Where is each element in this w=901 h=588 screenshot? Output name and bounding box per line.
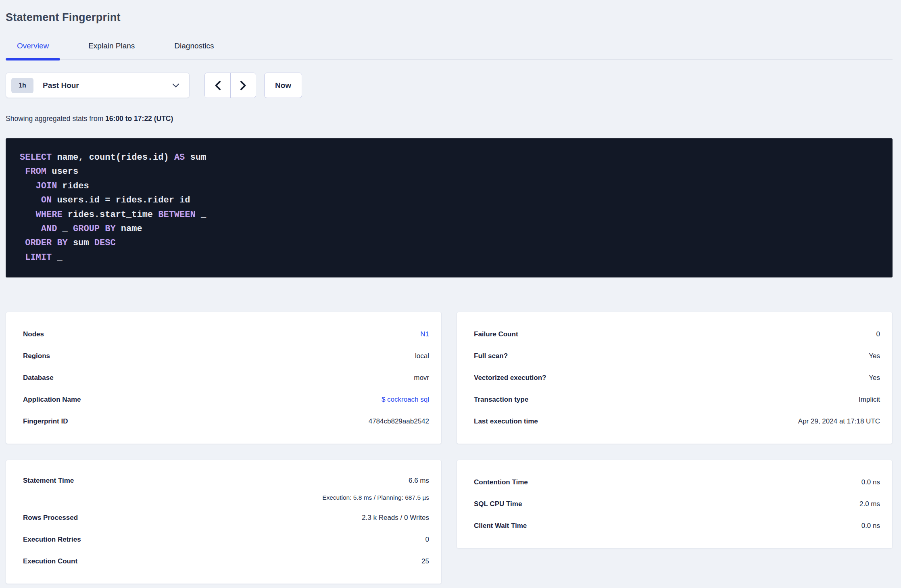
sql-text: _: [196, 210, 206, 220]
stat-value: 25: [421, 557, 429, 565]
tab-label: Diagnostics: [174, 42, 214, 50]
card-time-stats: Contention Time0.0 nsSQL CPU Time2.0 msC…: [457, 460, 893, 548]
sql-keyword: AS: [174, 152, 185, 163]
now-button[interactable]: Now: [264, 73, 302, 98]
sql-line: AND _ GROUP BY name: [20, 222, 880, 236]
stat-label: Client Wait Time: [474, 522, 527, 530]
stat-row-failure-count: Failure Count0: [474, 323, 880, 345]
stat-value: 2.0 ms: [859, 500, 880, 508]
stat-row-transaction-type: Transaction typeImplicit: [474, 389, 880, 411]
stat-label: Last execution time: [474, 417, 538, 425]
sql-line: SELECT name, count(rides.id) AS sum: [20, 150, 880, 165]
stat-label: Database: [23, 374, 54, 382]
stat-value: 4784cb829aab2542: [369, 417, 429, 425]
stat-value: 2.3 k Reads / 0 Writes: [362, 514, 429, 522]
stat-row-rows-processed: Rows Processed2.3 k Reads / 0 Writes: [23, 507, 429, 529]
stat-subvalue: Execution: 5.8 ms / Planning: 687.5 µs: [23, 494, 429, 501]
sql-text: [20, 167, 25, 177]
tab-bar: OverviewExplain PlansDiagnostics: [6, 38, 893, 60]
stat-value: 6.6 ms: [409, 477, 429, 485]
statement-fingerprint-page: Statement Fingerprint OverviewExplain Pl…: [0, 0, 901, 584]
stat-row-regions: Regionslocal: [23, 345, 429, 367]
sql-keyword: DESC: [94, 238, 116, 248]
sql-line: FROM users: [20, 165, 880, 179]
stat-label: Full scan?: [474, 352, 508, 360]
stat-label: Contention Time: [474, 478, 528, 486]
sql-text: [20, 252, 25, 263]
sql-keyword: ON: [41, 195, 52, 205]
stat-label: SQL CPU Time: [474, 500, 522, 508]
aggregated-stats-text: Showing aggregated stats from 16:00 to 1…: [6, 115, 893, 123]
stat-label: Transaction type: [474, 396, 528, 404]
sql-line: ORDER BY sum DESC: [20, 236, 880, 250]
sql-keyword: FROM: [25, 167, 46, 177]
sql-line: JOIN rides: [20, 179, 880, 193]
sql-keyword: BETWEEN: [158, 210, 195, 220]
stat-value: movr: [414, 374, 429, 382]
aggregated-stats-prefix: Showing aggregated stats from: [6, 115, 105, 123]
tab-label: Overview: [17, 42, 49, 50]
sql-text: [20, 238, 25, 248]
interval-badge: 1h: [11, 78, 33, 93]
sql-text: [20, 210, 36, 220]
summary-cards-grid: NodesN1RegionslocalDatabasemovrApplicati…: [6, 312, 893, 584]
sql-keyword: JOIN: [36, 181, 57, 191]
stat-value: 0: [425, 536, 429, 544]
sql-text: [20, 224, 41, 234]
stat-row-database: Databasemovr: [23, 367, 429, 389]
stat-value: 0.0 ns: [861, 478, 880, 486]
stat-row-execution-retries: Execution Retries0: [23, 529, 429, 550]
chevron-left-icon: [215, 81, 221, 90]
sql-text: sum: [185, 152, 206, 163]
stat-value: 0: [876, 330, 880, 338]
stat-value: local: [415, 352, 429, 360]
sql-text: users: [46, 167, 78, 177]
stat-value: Yes: [869, 374, 880, 382]
active-tab-underline: [6, 58, 60, 60]
sql-text: [20, 181, 36, 191]
time-range-dropdown[interactable]: 1h Past Hour: [6, 73, 190, 98]
tab-overview[interactable]: Overview: [6, 38, 60, 59]
stat-row-statement-time: Statement Time6.6 msExecution: 5.8 ms / …: [23, 471, 429, 507]
sql-line: WHERE rides.start_time BETWEEN _: [20, 208, 880, 222]
sql-text: [20, 195, 41, 205]
stat-row-fingerprint-id: Fingerprint ID4784cb829aab2542: [23, 411, 429, 432]
sql-line: LIMIT _: [20, 250, 880, 265]
sql-text: users.id = rides.rider_id: [52, 195, 190, 205]
next-interval-button[interactable]: [230, 73, 256, 98]
sql-keyword: SELECT: [20, 152, 52, 163]
stat-label: Statement Time: [23, 477, 74, 485]
sql-text: _: [52, 252, 62, 263]
sql-text: name: [116, 224, 142, 234]
stat-label: Execution Count: [23, 557, 77, 565]
stat-value: Apr 29, 2024 at 17:18 UTC: [798, 417, 880, 425]
stat-row-full-scan: Full scan?Yes: [474, 345, 880, 367]
stat-value-link[interactable]: N1: [420, 330, 429, 338]
stat-label: Failure Count: [474, 330, 518, 338]
stat-row-application-name: Application Name$ cockroach sql: [23, 389, 429, 411]
sql-statement-box: SELECT name, count(rides.id) AS sum FROM…: [6, 138, 893, 277]
stat-row-last-execution-time: Last execution timeApr 29, 2024 at 17:18…: [474, 411, 880, 432]
stat-value: 0.0 ns: [861, 522, 880, 530]
stat-row-client-wait-time: Client Wait Time0.0 ns: [474, 515, 880, 537]
page-title: Statement Fingerprint: [6, 11, 893, 24]
stat-label: Regions: [23, 352, 50, 360]
sql-keyword: LIMIT: [25, 252, 52, 263]
previous-interval-button[interactable]: [205, 73, 230, 98]
stat-row-execution-count: Execution Count25: [23, 550, 429, 572]
time-step-button-group: [204, 73, 256, 98]
stat-label: Execution Retries: [23, 536, 81, 544]
stat-value-link[interactable]: $ cockroach sql: [382, 396, 429, 404]
stat-row-contention-time: Contention Time0.0 ns: [474, 471, 880, 493]
stat-label: Application Name: [23, 396, 81, 404]
stat-row-vectorized-execution: Vectorized execution?Yes: [474, 367, 880, 389]
stat-value: Implicit: [859, 396, 880, 404]
sql-line: ON users.id = rides.rider_id: [20, 193, 880, 207]
stat-label: Vectorized execution?: [474, 374, 546, 382]
sql-keyword: WHERE: [36, 210, 63, 220]
tab-explain-plans[interactable]: Explain Plans: [77, 38, 146, 59]
stat-label: Nodes: [23, 330, 44, 338]
tab-diagnostics[interactable]: Diagnostics: [163, 38, 225, 59]
sql-text: sum: [68, 238, 94, 248]
card-execution-attributes: Failure Count0Full scan?YesVectorized ex…: [457, 312, 893, 444]
